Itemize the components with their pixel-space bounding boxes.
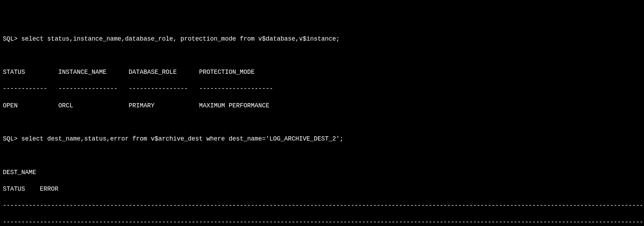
- q1-h-role: DATABASE_ROLE: [129, 69, 177, 76]
- q1-cmd-line: SQL> select status,instance_name,databas…: [3, 35, 641, 43]
- q2-h-error: ERROR: [40, 185, 59, 192]
- q1-header: STATUS INSTANCE_NAME DATABASE_ROLE PROTE…: [3, 68, 641, 77]
- q1-h-status: STATUS: [3, 69, 25, 76]
- blank: [3, 52, 641, 60]
- q1-cmd: select status,instance_name,database_rol…: [22, 35, 340, 42]
- q1-v-status: OPEN: [3, 102, 18, 109]
- q2-hdr2: STATUS ERROR: [3, 185, 641, 194]
- q1-h-prot: PROTECTION_MODE: [199, 69, 255, 76]
- q1-v-instance: ORCL: [59, 102, 73, 109]
- q1-h-instance: INSTANCE_NAME: [59, 69, 107, 76]
- q1-v-role: PRIMARY: [129, 102, 155, 109]
- q2-cmd: select dest_name,status,error from v$arc…: [22, 135, 344, 142]
- q2-sep1: ----------------------------------------…: [3, 202, 641, 210]
- q2-sep2: ----------------------------------------…: [3, 218, 641, 226]
- q2-h-status: STATUS: [3, 185, 25, 192]
- q1-v-prot: MAXIMUM PERFORMANCE: [199, 102, 270, 109]
- blank: [3, 151, 641, 160]
- q1-row: OPEN ORCL PRIMARY MAXIMUM PERFORMANCE: [3, 102, 641, 110]
- q2-cmd-line: SQL> select dest_name,status,error from …: [3, 135, 641, 143]
- sql-prompt: SQL>: [3, 35, 18, 42]
- blank: [3, 118, 641, 127]
- q2-hdr1: DEST_NAME: [3, 168, 641, 177]
- sql-prompt: SQL>: [3, 135, 18, 142]
- q1-sep: ------------ ---------------- ----------…: [3, 85, 641, 93]
